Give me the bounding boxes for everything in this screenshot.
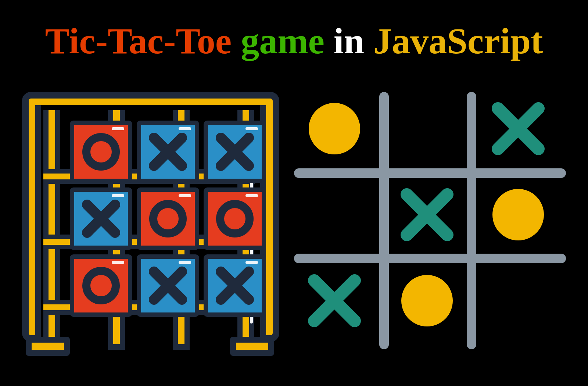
tile-2-0[interactable] bbox=[70, 254, 132, 317]
tile-1-1[interactable] bbox=[137, 187, 199, 250]
grid-line bbox=[294, 254, 566, 263]
left-tic-tac-toe-board bbox=[22, 92, 279, 349]
cell-0-0[interactable] bbox=[294, 92, 375, 165]
svg-point-8 bbox=[220, 204, 250, 233]
o-mark-icon bbox=[396, 269, 458, 332]
cell-2-1[interactable] bbox=[387, 264, 467, 337]
tile-1-0[interactable] bbox=[70, 187, 132, 250]
x-mark-icon bbox=[213, 130, 257, 174]
o-mark-icon bbox=[487, 183, 549, 246]
tile-1-2[interactable] bbox=[204, 187, 266, 250]
cell-2-0[interactable] bbox=[294, 264, 375, 337]
svg-point-22 bbox=[401, 275, 453, 326]
cell-1-0[interactable] bbox=[294, 178, 375, 251]
tile-0-0[interactable] bbox=[70, 121, 132, 183]
x-mark-icon bbox=[396, 183, 458, 246]
grid-line bbox=[294, 168, 566, 178]
tile-grid bbox=[70, 121, 266, 317]
title-word-1: Tic-Tac-Toe bbox=[45, 21, 232, 61]
board-foot bbox=[230, 337, 274, 356]
title-word-3: in bbox=[334, 21, 364, 61]
tile-2-2[interactable] bbox=[204, 254, 266, 317]
o-mark-icon bbox=[146, 197, 190, 241]
o-mark-icon bbox=[213, 197, 257, 241]
x-mark-icon bbox=[213, 264, 257, 308]
cell-1-1[interactable] bbox=[387, 178, 467, 251]
board-foot bbox=[26, 337, 70, 356]
x-mark-icon bbox=[79, 197, 123, 241]
svg-point-19 bbox=[492, 189, 544, 240]
cell-1-2[interactable] bbox=[478, 178, 559, 251]
o-mark-icon bbox=[79, 264, 123, 308]
tile-0-2[interactable] bbox=[204, 121, 266, 183]
right-tic-tac-toe-board bbox=[294, 92, 566, 349]
cell-2-2[interactable] bbox=[478, 264, 559, 337]
svg-point-0 bbox=[86, 137, 116, 167]
tile-0-1[interactable] bbox=[137, 121, 199, 183]
title-word-4: JavaScript bbox=[373, 21, 543, 61]
o-mark-icon bbox=[79, 130, 123, 174]
x-mark-icon bbox=[487, 97, 549, 160]
svg-point-14 bbox=[309, 103, 360, 154]
cell-0-2[interactable] bbox=[478, 92, 559, 165]
x-mark-icon bbox=[146, 130, 190, 174]
grid-line bbox=[467, 92, 476, 349]
title-word-2: game bbox=[241, 21, 325, 61]
tile-2-1[interactable] bbox=[137, 254, 199, 317]
svg-point-9 bbox=[86, 271, 116, 300]
o-mark-icon bbox=[303, 97, 366, 160]
x-mark-icon bbox=[146, 264, 190, 308]
svg-point-7 bbox=[153, 204, 183, 233]
page-title: Tic-Tac-Toe game in JavaScript bbox=[0, 20, 588, 62]
cell-0-1[interactable] bbox=[387, 92, 467, 165]
x-mark-icon bbox=[303, 269, 366, 332]
